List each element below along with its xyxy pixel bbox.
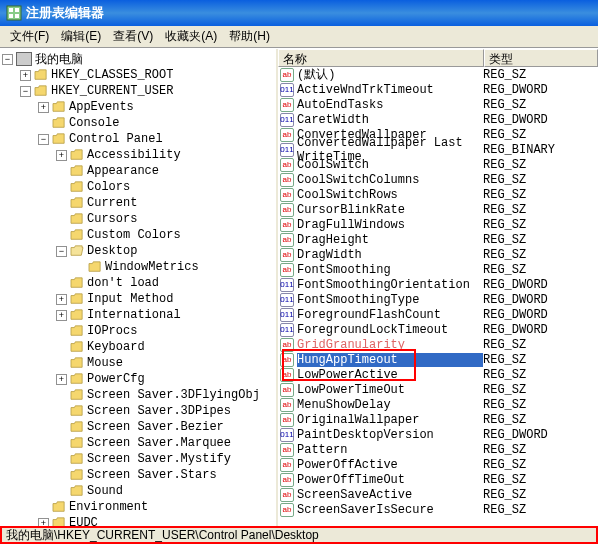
tree-item[interactable]: +HKEY_CLASSES_ROOT	[2, 67, 274, 83]
registry-value-row[interactable]: 011ForegroundFlashCountREG_DWORD	[278, 307, 598, 322]
registry-value-row[interactable]: abScreenSaveActiveREG_SZ	[278, 487, 598, 502]
registry-value-row[interactable]: abPatternREG_SZ	[278, 442, 598, 457]
folder-icon	[70, 469, 84, 481]
registry-value-row[interactable]: 011PaintDesktopVersionREG_DWORD	[278, 427, 598, 442]
tree-item[interactable]: Appearance	[2, 163, 274, 179]
registry-value-row[interactable]: abCursorBlinkRateREG_SZ	[278, 202, 598, 217]
tree-item[interactable]: +AppEvents	[2, 99, 274, 115]
registry-value-row[interactable]: 011CaretWidthREG_DWORD	[278, 112, 598, 127]
tree-item[interactable]: −Desktop	[2, 243, 274, 259]
tree-item[interactable]: +Input Method	[2, 291, 274, 307]
tree-root-row[interactable]: − 我的电脑	[2, 51, 274, 67]
registry-value-row[interactable]: abCoolSwitchREG_SZ	[278, 157, 598, 172]
folder-icon	[34, 69, 48, 81]
registry-value-row[interactable]: abGridGranularityREG_SZ	[278, 337, 598, 352]
expand-icon[interactable]: +	[56, 310, 67, 321]
value-name: DragHeight	[297, 233, 483, 247]
value-type: REG_SZ	[483, 68, 526, 82]
tree-item[interactable]: Console	[2, 115, 274, 131]
expand-icon[interactable]: +	[56, 294, 67, 305]
tree-item[interactable]: IOProcs	[2, 323, 274, 339]
value-name: PowerOffActive	[297, 458, 483, 472]
tree-item[interactable]: Mouse	[2, 355, 274, 371]
registry-value-row[interactable]: 011ConvertedWallpaper Last WriteTimeREG_…	[278, 142, 598, 157]
value-type: REG_DWORD	[483, 83, 548, 97]
tree-item[interactable]: −Control Panel	[2, 131, 274, 147]
registry-value-row[interactable]: abLowPowerTimeOutREG_SZ	[278, 382, 598, 397]
statusbar: 我的电脑\HKEY_CURRENT_USER\Control Panel\Des…	[0, 526, 598, 544]
registry-value-row[interactable]: abMenuShowDelayREG_SZ	[278, 397, 598, 412]
tree-item[interactable]: +Accessibility	[2, 147, 274, 163]
registry-value-row[interactable]: abHungAppTimeoutREG_SZ	[278, 352, 598, 367]
collapse-icon[interactable]: −	[20, 86, 31, 97]
tree-item[interactable]: Screen Saver.3DPipes	[2, 403, 274, 419]
registry-value-row[interactable]: abPowerOffActiveREG_SZ	[278, 457, 598, 472]
folder-icon	[52, 133, 66, 145]
folder-icon	[70, 149, 84, 161]
tree-item[interactable]: +PowerCfg	[2, 371, 274, 387]
expand-icon[interactable]: −	[2, 54, 13, 65]
tree-item[interactable]: −HKEY_CURRENT_USER	[2, 83, 274, 99]
registry-value-row[interactable]: 011FontSmoothingOrientationREG_DWORD	[278, 277, 598, 292]
collapse-icon[interactable]: −	[38, 134, 49, 145]
tree-item[interactable]: Screen Saver.Stars	[2, 467, 274, 483]
registry-value-row[interactable]: abScreenSaverIsSecureREG_SZ	[278, 502, 598, 517]
expand-icon[interactable]: +	[38, 518, 49, 527]
list-pane[interactable]: 名称 类型 ab(默认)REG_SZ011ActiveWndTrkTimeout…	[278, 49, 598, 526]
col-type[interactable]: 类型	[484, 49, 598, 67]
menu-edit[interactable]: 编辑(E)	[55, 26, 107, 47]
tree-label: WindowMetrics	[105, 260, 199, 274]
registry-value-row[interactable]: abFontSmoothingREG_SZ	[278, 262, 598, 277]
value-type: REG_SZ	[483, 473, 526, 487]
menu-file[interactable]: 文件(F)	[4, 26, 55, 47]
svg-rect-4	[15, 14, 19, 18]
tree-item[interactable]: Colors	[2, 179, 274, 195]
tree-item[interactable]: Current	[2, 195, 274, 211]
expand-icon[interactable]: +	[38, 102, 49, 113]
tree-item[interactable]: Screen Saver.Bezier	[2, 419, 274, 435]
registry-value-row[interactable]: abAutoEndTasksREG_SZ	[278, 97, 598, 112]
value-name: Pattern	[297, 443, 483, 457]
registry-value-row[interactable]: abOriginalWallpaperREG_SZ	[278, 412, 598, 427]
registry-value-row[interactable]: abDragFullWindowsREG_SZ	[278, 217, 598, 232]
tree-label: Current	[87, 196, 137, 210]
expand-icon[interactable]: +	[56, 374, 67, 385]
tree-item[interactable]: Screen Saver.3DFlyingObj	[2, 387, 274, 403]
tree-item[interactable]: WindowMetrics	[2, 259, 274, 275]
registry-value-row[interactable]: abCoolSwitchColumnsREG_SZ	[278, 172, 598, 187]
value-name: PowerOffTimeOut	[297, 473, 483, 487]
value-type: REG_SZ	[483, 98, 526, 112]
tree-item[interactable]: Custom Colors	[2, 227, 274, 243]
collapse-icon[interactable]: −	[56, 246, 67, 257]
expand-icon[interactable]: +	[20, 70, 31, 81]
tree-item[interactable]: don't load	[2, 275, 274, 291]
value-name: DragFullWindows	[297, 218, 483, 232]
registry-value-row[interactable]: 011ForegroundLockTimeoutREG_DWORD	[278, 322, 598, 337]
registry-value-row[interactable]: abLowPowerActiveREG_SZ	[278, 367, 598, 382]
tree-item[interactable]: Screen Saver.Marquee	[2, 435, 274, 451]
folder-icon	[52, 101, 66, 113]
col-name[interactable]: 名称	[278, 49, 484, 67]
registry-value-row[interactable]: 011ActiveWndTrkTimeoutREG_DWORD	[278, 82, 598, 97]
registry-value-row[interactable]: ab(默认)REG_SZ	[278, 67, 598, 82]
registry-value-row[interactable]: abCoolSwitchRowsREG_SZ	[278, 187, 598, 202]
tree-item[interactable]: +EUDC	[2, 515, 274, 526]
tree-item[interactable]: Sound	[2, 483, 274, 499]
registry-value-row[interactable]: 011FontSmoothingTypeREG_DWORD	[278, 292, 598, 307]
menu-view[interactable]: 查看(V)	[107, 26, 159, 47]
tree-item[interactable]: Environment	[2, 499, 274, 515]
tree-item[interactable]: +International	[2, 307, 274, 323]
registry-value-row[interactable]: abDragWidthREG_SZ	[278, 247, 598, 262]
registry-value-row[interactable]: abDragHeightREG_SZ	[278, 232, 598, 247]
expand-icon[interactable]: +	[56, 150, 67, 161]
tree-item[interactable]: Keyboard	[2, 339, 274, 355]
value-type: REG_SZ	[483, 248, 526, 262]
menu-favorites[interactable]: 收藏夹(A)	[159, 26, 223, 47]
tree-item[interactable]: Screen Saver.Mystify	[2, 451, 274, 467]
tree-pane[interactable]: − 我的电脑 +HKEY_CLASSES_ROOT−HKEY_CURRENT_U…	[0, 49, 278, 526]
registry-value-row[interactable]: abPowerOffTimeOutREG_SZ	[278, 472, 598, 487]
menu-help[interactable]: 帮助(H)	[223, 26, 276, 47]
tree-item[interactable]: Cursors	[2, 211, 274, 227]
reg-binary-icon: 011	[280, 278, 294, 292]
titlebar[interactable]: 注册表编辑器	[0, 0, 598, 26]
